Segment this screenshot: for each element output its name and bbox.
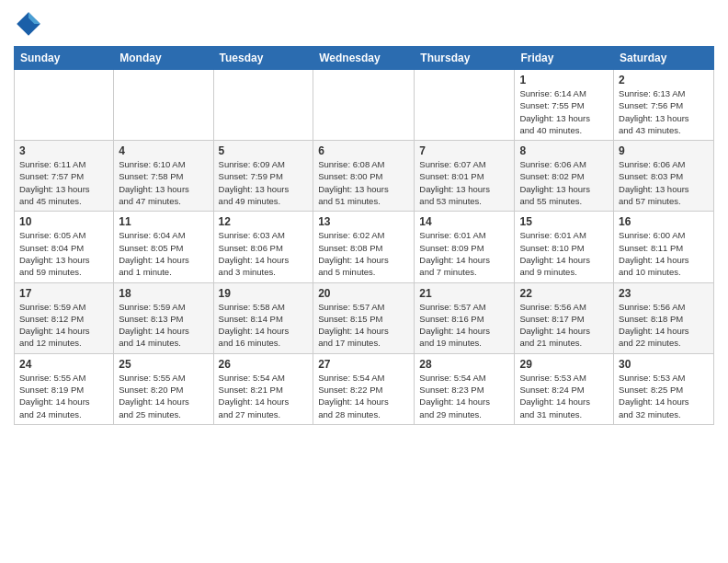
day-cell: 15Sunrise: 6:01 AMSunset: 8:10 PMDayligh… bbox=[515, 212, 614, 282]
day-info: Sunrise: 6:11 AMSunset: 7:57 PMDaylight:… bbox=[19, 158, 108, 207]
day-cell: 20Sunrise: 5:57 AMSunset: 8:15 PMDayligh… bbox=[313, 282, 415, 353]
day-cell: 25Sunrise: 5:55 AMSunset: 8:20 PMDayligh… bbox=[114, 353, 213, 424]
day-number: 16 bbox=[619, 215, 709, 228]
day-cell: 23Sunrise: 5:56 AMSunset: 8:18 PMDayligh… bbox=[614, 282, 714, 353]
day-number: 20 bbox=[318, 287, 409, 300]
day-cell: 2Sunrise: 6:13 AMSunset: 7:56 PMDaylight… bbox=[614, 70, 714, 141]
week-row-3: 10Sunrise: 6:05 AMSunset: 8:04 PMDayligh… bbox=[15, 212, 714, 282]
weekday-header-monday: Monday bbox=[114, 47, 213, 70]
day-cell: 27Sunrise: 5:54 AMSunset: 8:22 PMDayligh… bbox=[313, 353, 415, 424]
header bbox=[14, 9, 714, 39]
day-number: 14 bbox=[419, 215, 509, 228]
day-number: 15 bbox=[519, 215, 609, 228]
day-cell: 9Sunrise: 6:06 AMSunset: 8:03 PMDaylight… bbox=[614, 141, 714, 212]
weekday-header-wednesday: Wednesday bbox=[313, 47, 415, 70]
day-info: Sunrise: 6:02 AMSunset: 8:08 PMDaylight:… bbox=[318, 229, 409, 278]
weekday-header-tuesday: Tuesday bbox=[213, 47, 313, 70]
day-number: 17 bbox=[19, 287, 108, 300]
logo-icon bbox=[14, 9, 43, 39]
day-cell: 19Sunrise: 5:58 AMSunset: 8:14 PMDayligh… bbox=[213, 282, 313, 353]
day-cell bbox=[15, 70, 114, 141]
day-number: 24 bbox=[19, 358, 108, 371]
day-info: Sunrise: 5:55 AMSunset: 8:19 PMDaylight:… bbox=[19, 372, 108, 420]
week-row-2: 3Sunrise: 6:11 AMSunset: 7:57 PMDaylight… bbox=[15, 141, 714, 212]
day-cell: 1Sunrise: 6:14 AMSunset: 7:55 PMDaylight… bbox=[515, 70, 614, 141]
day-info: Sunrise: 5:53 AMSunset: 8:24 PMDaylight:… bbox=[519, 372, 609, 420]
day-info: Sunrise: 6:10 AMSunset: 7:58 PMDaylight:… bbox=[119, 158, 208, 207]
day-info: Sunrise: 6:09 AMSunset: 7:59 PMDaylight:… bbox=[219, 158, 309, 207]
weekday-header-row: SundayMondayTuesdayWednesdayThursdayFrid… bbox=[15, 47, 714, 70]
day-number: 26 bbox=[219, 358, 309, 371]
day-cell: 26Sunrise: 5:54 AMSunset: 8:21 PMDayligh… bbox=[213, 353, 313, 424]
day-number: 23 bbox=[619, 287, 709, 300]
day-cell: 21Sunrise: 5:57 AMSunset: 8:16 PMDayligh… bbox=[415, 282, 515, 353]
day-cell: 8Sunrise: 6:06 AMSunset: 8:02 PMDaylight… bbox=[515, 141, 614, 212]
day-number: 27 bbox=[318, 358, 409, 371]
day-info: Sunrise: 5:54 AMSunset: 8:22 PMDaylight:… bbox=[318, 372, 409, 420]
day-number: 29 bbox=[519, 358, 609, 371]
day-info: Sunrise: 5:56 AMSunset: 8:17 PMDaylight:… bbox=[519, 301, 609, 350]
day-cell bbox=[415, 70, 515, 141]
day-info: Sunrise: 6:06 AMSunset: 8:02 PMDaylight:… bbox=[519, 158, 609, 207]
day-cell: 22Sunrise: 5:56 AMSunset: 8:17 PMDayligh… bbox=[515, 282, 614, 353]
day-info: Sunrise: 6:05 AMSunset: 8:04 PMDaylight:… bbox=[19, 229, 108, 278]
day-cell: 16Sunrise: 6:00 AMSunset: 8:11 PMDayligh… bbox=[614, 212, 714, 282]
day-cell: 28Sunrise: 5:54 AMSunset: 8:23 PMDayligh… bbox=[415, 353, 515, 424]
day-number: 30 bbox=[619, 358, 709, 371]
day-number: 11 bbox=[119, 215, 208, 228]
week-row-5: 24Sunrise: 5:55 AMSunset: 8:19 PMDayligh… bbox=[15, 353, 714, 424]
day-number: 10 bbox=[19, 215, 108, 228]
day-cell: 11Sunrise: 6:04 AMSunset: 8:05 PMDayligh… bbox=[114, 212, 213, 282]
day-info: Sunrise: 5:54 AMSunset: 8:21 PMDaylight:… bbox=[219, 372, 309, 420]
day-number: 25 bbox=[119, 358, 208, 371]
day-cell: 18Sunrise: 5:59 AMSunset: 8:13 PMDayligh… bbox=[114, 282, 213, 353]
day-cell: 7Sunrise: 6:07 AMSunset: 8:01 PMDaylight… bbox=[415, 141, 515, 212]
day-cell bbox=[213, 70, 313, 141]
weekday-header-saturday: Saturday bbox=[614, 47, 714, 70]
day-number: 4 bbox=[119, 144, 208, 157]
calendar: SundayMondayTuesdayWednesdayThursdayFrid… bbox=[14, 46, 714, 425]
day-info: Sunrise: 6:08 AMSunset: 8:00 PMDaylight:… bbox=[318, 158, 409, 207]
week-row-4: 17Sunrise: 5:59 AMSunset: 8:12 PMDayligh… bbox=[15, 282, 714, 353]
day-cell: 5Sunrise: 6:09 AMSunset: 7:59 PMDaylight… bbox=[213, 141, 313, 212]
day-info: Sunrise: 5:53 AMSunset: 8:25 PMDaylight:… bbox=[619, 372, 709, 420]
day-info: Sunrise: 5:59 AMSunset: 8:13 PMDaylight:… bbox=[119, 301, 208, 350]
day-info: Sunrise: 6:14 AMSunset: 7:55 PMDaylight:… bbox=[519, 87, 609, 136]
weekday-header-sunday: Sunday bbox=[15, 47, 114, 70]
day-info: Sunrise: 6:00 AMSunset: 8:11 PMDaylight:… bbox=[619, 229, 709, 278]
day-info: Sunrise: 5:54 AMSunset: 8:23 PMDaylight:… bbox=[419, 372, 509, 420]
day-cell: 6Sunrise: 6:08 AMSunset: 8:00 PMDaylight… bbox=[313, 141, 415, 212]
day-info: Sunrise: 5:55 AMSunset: 8:20 PMDaylight:… bbox=[119, 372, 208, 420]
day-number: 6 bbox=[318, 144, 409, 157]
day-info: Sunrise: 5:59 AMSunset: 8:12 PMDaylight:… bbox=[19, 301, 108, 350]
day-cell: 10Sunrise: 6:05 AMSunset: 8:04 PMDayligh… bbox=[15, 212, 114, 282]
day-number: 3 bbox=[19, 144, 108, 157]
day-info: Sunrise: 5:57 AMSunset: 8:16 PMDaylight:… bbox=[419, 301, 509, 350]
day-number: 13 bbox=[318, 215, 409, 228]
day-number: 8 bbox=[519, 144, 609, 157]
day-info: Sunrise: 6:03 AMSunset: 8:06 PMDaylight:… bbox=[219, 229, 309, 278]
day-number: 19 bbox=[219, 287, 309, 300]
day-cell: 17Sunrise: 5:59 AMSunset: 8:12 PMDayligh… bbox=[15, 282, 114, 353]
day-number: 7 bbox=[419, 144, 509, 157]
day-info: Sunrise: 6:13 AMSunset: 7:56 PMDaylight:… bbox=[619, 87, 709, 136]
weekday-header-thursday: Thursday bbox=[415, 47, 515, 70]
day-cell: 14Sunrise: 6:01 AMSunset: 8:09 PMDayligh… bbox=[415, 212, 515, 282]
day-info: Sunrise: 5:56 AMSunset: 8:18 PMDaylight:… bbox=[619, 301, 709, 350]
day-number: 28 bbox=[419, 358, 509, 371]
weekday-header-friday: Friday bbox=[515, 47, 614, 70]
day-cell bbox=[313, 70, 415, 141]
day-number: 2 bbox=[619, 74, 709, 86]
day-cell: 12Sunrise: 6:03 AMSunset: 8:06 PMDayligh… bbox=[213, 212, 313, 282]
day-cell: 13Sunrise: 6:02 AMSunset: 8:08 PMDayligh… bbox=[313, 212, 415, 282]
day-cell: 30Sunrise: 5:53 AMSunset: 8:25 PMDayligh… bbox=[614, 353, 714, 424]
day-cell: 29Sunrise: 5:53 AMSunset: 8:24 PMDayligh… bbox=[515, 353, 614, 424]
day-info: Sunrise: 5:57 AMSunset: 8:15 PMDaylight:… bbox=[318, 301, 409, 350]
page: SundayMondayTuesdayWednesdayThursdayFrid… bbox=[0, 0, 728, 439]
day-number: 12 bbox=[219, 215, 309, 228]
day-number: 22 bbox=[519, 287, 609, 300]
day-cell: 4Sunrise: 6:10 AMSunset: 7:58 PMDaylight… bbox=[114, 141, 213, 212]
day-cell: 24Sunrise: 5:55 AMSunset: 8:19 PMDayligh… bbox=[15, 353, 114, 424]
day-info: Sunrise: 6:01 AMSunset: 8:10 PMDaylight:… bbox=[519, 229, 609, 278]
week-row-1: 1Sunrise: 6:14 AMSunset: 7:55 PMDaylight… bbox=[15, 70, 714, 141]
